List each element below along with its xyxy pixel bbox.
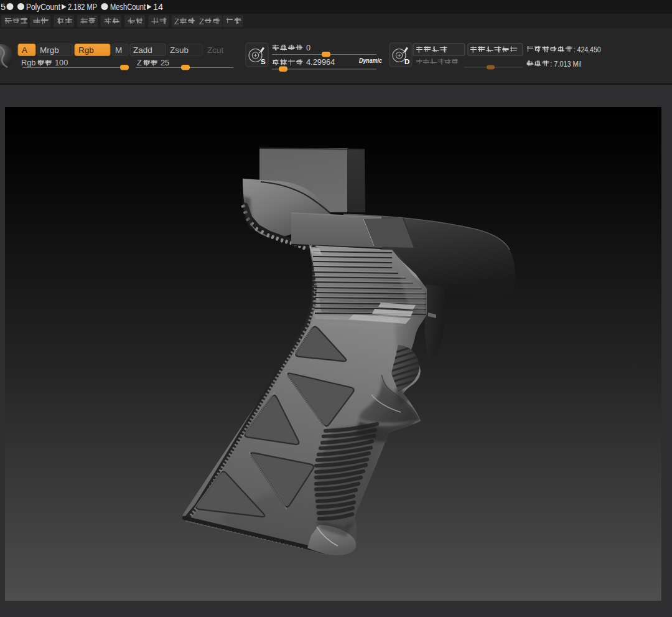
svg-text:: 7.013 Mil: : 7.013 Mil (550, 59, 581, 68)
svg-text:MeshCount: MeshCount (110, 2, 146, 12)
svg-text:0: 0 (306, 43, 310, 52)
svg-text:25: 25 (161, 58, 169, 67)
svg-text:: 424,450: : 424,450 (574, 45, 601, 54)
svg-text:Zadd: Zadd (133, 45, 152, 55)
svg-text:D: D (404, 58, 409, 65)
svg-text:M: M (115, 45, 122, 55)
svg-text:Z: Z (199, 17, 204, 26)
svg-text:Mrgb: Mrgb (40, 45, 59, 55)
svg-text:2.182 MP: 2.182 MP (68, 2, 97, 12)
svg-text:14: 14 (153, 2, 163, 12)
svg-text:4.29964: 4.29964 (306, 57, 335, 67)
svg-text:Z: Z (137, 58, 142, 67)
svg-text:Zsub: Zsub (170, 45, 189, 55)
svg-text:S: S (261, 58, 266, 65)
svg-text:100: 100 (55, 58, 68, 67)
svg-text:PolyCount: PolyCount (26, 2, 60, 12)
svg-text:A: A (22, 45, 27, 55)
svg-text:Rgb: Rgb (21, 58, 35, 67)
svg-text:Rgb: Rgb (78, 45, 94, 55)
svg-text:5: 5 (1, 2, 6, 12)
svg-text:Dynamic: Dynamic (359, 57, 383, 64)
svg-text:Z: Z (174, 17, 179, 26)
svg-text:Zcut: Zcut (207, 45, 224, 55)
